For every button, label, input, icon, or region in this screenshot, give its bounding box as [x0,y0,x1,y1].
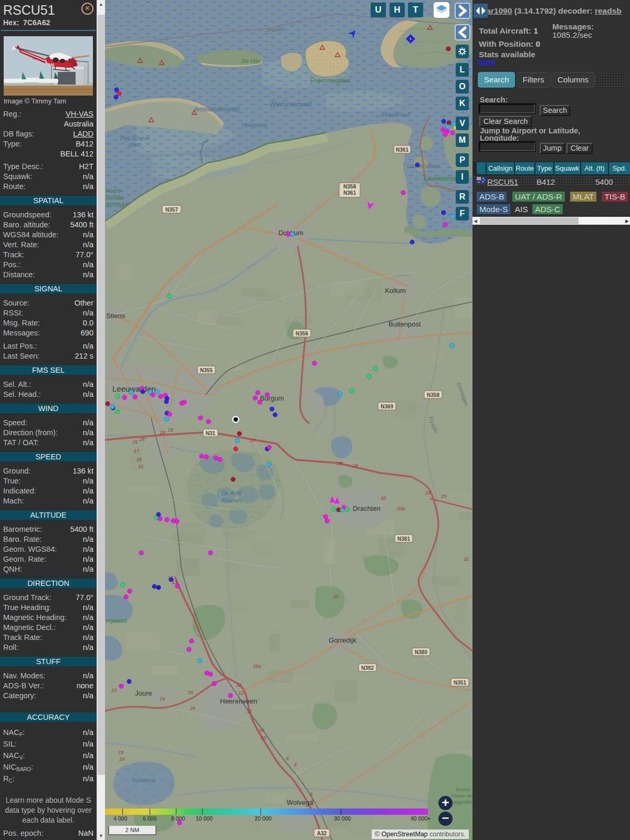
svg-text:N361: N361 [343,190,356,196]
svg-text:11: 11 [247,709,252,714]
svg-text:N31: N31 [206,430,216,436]
svg-text:29: 29 [440,494,446,499]
svg-text:Drents-: Drents- [456,786,472,792]
svg-text:Engelsmanplaat: Engelsmanplaat [310,77,350,83]
svg-text:25: 25 [187,690,194,695]
svg-text:De Hôn: De Hôn [242,58,260,64]
svg-text:Lauwersmeer: Lauwersmeer [407,163,440,169]
svg-text:946: 946 [48,62,55,67]
svg-text:ûtendyks: ûtendyks [106,201,128,207]
svg-text:N356: N356 [296,331,308,337]
svg-text:A32: A32 [317,831,327,836]
svg-text:N381: N381 [397,536,410,542]
svg-text:Eilanderbult: Eilanderbult [381,111,411,118]
svg-text:Gorredijk: Gorredijk [329,636,356,644]
svg-text:eggelden: eggelden [453,799,472,805]
svg-text:26: 26 [160,430,165,435]
svg-text:N357: N357 [165,207,178,213]
svg-text:N361: N361 [396,147,408,153]
svg-text:Friese Wo: Friese Wo [452,793,472,799]
svg-text:Feanen: Feanen [222,497,241,503]
svg-text:9: 9 [286,756,289,761]
svg-text:10: 10 [261,735,266,740]
svg-text:De Alde: De Alde [222,490,242,496]
svg-text:26: 26 [167,427,173,433]
svg-text:30a: 30a [397,506,405,511]
svg-text:Wierumerwad: Wierumerwad [269,100,312,108]
svg-text:Tsjûkemar: Tsjûkemar [131,777,156,783]
svg-text:12: 12 [238,690,244,696]
svg-text:Fryslân: Fryslân [106,194,124,201]
svg-text:31: 31 [464,556,469,562]
svg-text:Stiens: Stiens [106,312,125,320]
svg-text:19: 19 [119,757,124,762]
svg-text:Heerenveen: Heerenveen [220,697,257,705]
svg-text:ergebied: ergebied [106,617,128,624]
svg-text:27: 27 [333,594,339,600]
svg-text:27: 27 [250,438,256,443]
svg-text:plaat: plaat [129,141,142,148]
svg-text:Amelanderwad: Amelanderwad [193,105,239,113]
svg-text:Heideveld: Heideveld [242,122,267,128]
svg-text:26a: 26a [253,664,261,669]
svg-text:30: 30 [381,496,386,501]
svg-text:8: 8 [310,792,312,797]
svg-text:N380: N380 [415,649,427,655]
svg-text:25: 25 [132,439,138,445]
svg-text:Wolvega: Wolvega [287,799,313,806]
svg-text:N358: N358 [343,184,356,190]
svg-text:N351: N351 [454,680,466,686]
svg-text:16: 16 [138,464,143,469]
svg-text:12: 12 [236,682,242,688]
svg-text:9: 9 [294,762,297,768]
svg-text:28: 28 [337,461,342,466]
svg-text:16: 16 [136,457,142,462]
svg-text:Kollum: Kollum [385,287,406,295]
svg-text:N355: N355 [200,368,213,373]
svg-text:Joure: Joure [135,689,152,697]
svg-text:24: 24 [159,696,165,701]
svg-text:N358: N358 [427,392,439,398]
svg-text:Buitenpost: Buitenpost [388,320,421,328]
svg-text:N369: N369 [381,404,393,410]
svg-text:N392: N392 [361,665,374,671]
svg-text:Burgum: Burgum [260,394,284,402]
svg-text:Drachten: Drachten [353,505,381,512]
svg-text:26: 26 [190,706,195,711]
svg-text:10: 10 [259,728,264,733]
svg-text:19: 19 [118,750,123,755]
svg-text:28: 28 [352,463,358,468]
svg-text:25: 25 [139,437,145,442]
svg-text:17: 17 [134,448,140,454]
svg-text:Piet Scheve: Piet Scheve [120,135,150,141]
svg-text:23: 23 [111,688,117,693]
svg-text:Noard-: Noard- [106,187,123,194]
svg-text:29: 29 [425,490,430,496]
svg-text:8: 8 [311,799,314,804]
